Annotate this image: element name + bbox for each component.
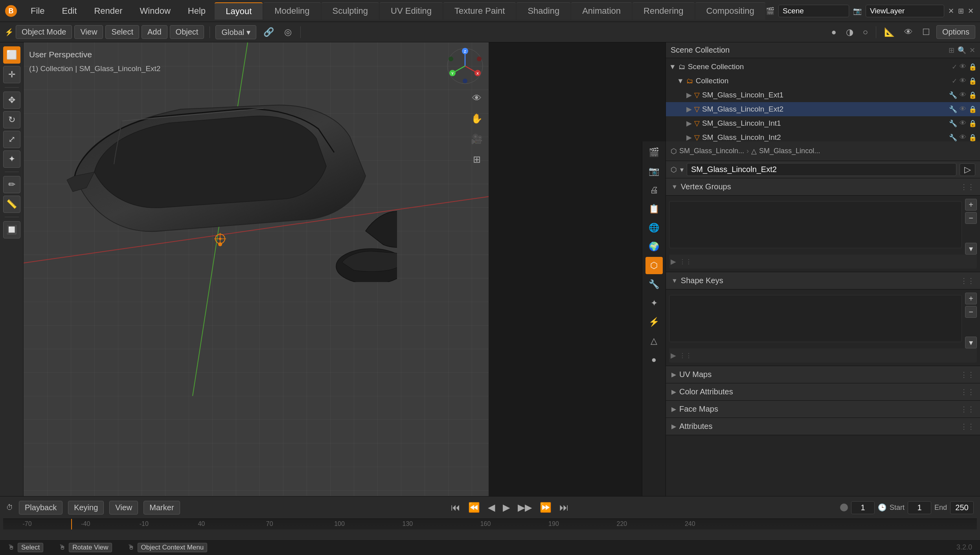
- outliner-item-1[interactable]: ▶ ▽ SM_Glass_Lincoln_Ext2 🔧 👁 🔒: [666, 102, 980, 116]
- shape-keys-section-header[interactable]: ▼ Shape Keys ⋮⋮: [666, 272, 980, 289]
- jump-end-btn[interactable]: ⏭: [556, 501, 572, 514]
- attributes-menu-btn[interactable]: ⋮⋮: [960, 422, 974, 431]
- xray-toggle[interactable]: ☐: [919, 26, 933, 39]
- tab-uv-editing[interactable]: UV Editing: [380, 2, 443, 20]
- sk-down-btn[interactable]: ▾: [965, 337, 977, 348]
- view-menu[interactable]: View: [74, 25, 103, 39]
- shape-keys-menu-btn[interactable]: ⋮⋮: [960, 277, 974, 285]
- shape-keys-list[interactable]: [669, 295, 962, 342]
- add-menu[interactable]: Add: [142, 25, 167, 39]
- timeline-track[interactable]: -70 -40 -10 40 70 100 130 160 190 220 24…: [3, 518, 977, 529]
- props-physics-btn[interactable]: ⚡: [645, 313, 663, 331]
- object-name-input[interactable]: [687, 163, 956, 176]
- select-menu[interactable]: Select: [105, 25, 139, 39]
- tab-sculpting[interactable]: Sculpting: [322, 2, 379, 20]
- add-cube-tool[interactable]: 🔲: [3, 221, 20, 238]
- sk-remove-btn[interactable]: −: [965, 306, 977, 318]
- menu-edit[interactable]: Edit: [53, 4, 85, 18]
- keying-menu[interactable]: Keying: [68, 501, 104, 515]
- vg-add-btn[interactable]: +: [965, 199, 977, 211]
- viewport-camera-btn[interactable]: ⊞: [468, 151, 485, 168]
- current-frame-input[interactable]: [851, 501, 875, 514]
- blender-logo[interactable]: B: [0, 0, 22, 22]
- transform-orientation[interactable]: Global ▾: [215, 25, 256, 39]
- uv-maps-section[interactable]: ▶ UV Maps ⋮⋮: [666, 366, 980, 383]
- viewlayer-field[interactable]: [866, 5, 944, 17]
- props-particles-btn[interactable]: ✦: [645, 295, 663, 312]
- scene-field[interactable]: [778, 5, 849, 17]
- menu-file[interactable]: File: [22, 4, 53, 18]
- vg-down-btn[interactable]: ▾: [965, 243, 977, 255]
- props-modifiers-btn[interactable]: 🔧: [645, 276, 663, 293]
- viewport-3d[interactable]: User Perspective (1) Collection | SM_Gla…: [24, 42, 489, 512]
- vertex-groups-list[interactable]: [669, 201, 962, 248]
- object-menu[interactable]: Object: [170, 25, 204, 39]
- color-attributes-section[interactable]: ▶ Color Attributes ⋮⋮: [666, 383, 980, 401]
- vertex-groups-menu-btn[interactable]: ⋮⋮: [960, 183, 974, 191]
- tab-layout[interactable]: Layout: [215, 2, 263, 20]
- snap-btn[interactable]: 🔗: [260, 26, 277, 39]
- transform-tool[interactable]: ✦: [3, 150, 20, 168]
- vg-remove-btn[interactable]: −: [965, 212, 977, 224]
- show-gizmo[interactable]: 📐: [881, 26, 898, 39]
- menu-window[interactable]: Window: [131, 4, 179, 18]
- face-maps-section[interactable]: ▶ Face Maps ⋮⋮: [666, 401, 980, 418]
- props-output-btn[interactable]: 🖨: [645, 181, 663, 199]
- play-btn[interactable]: ▶: [500, 501, 513, 514]
- face-maps-menu-btn[interactable]: ⋮⋮: [960, 405, 974, 414]
- start-frame-input[interactable]: [908, 501, 931, 514]
- attributes-section[interactable]: ▶ Attributes ⋮⋮: [666, 418, 980, 435]
- props-object-btn active[interactable]: ⬡: [645, 257, 663, 274]
- marker-menu[interactable]: Marker: [143, 501, 180, 515]
- props-view-layer-btn[interactable]: 📋: [645, 200, 663, 218]
- outliner-item-2[interactable]: ▶ ▽ SM_Glass_Lincoln_Int1 🔧 👁 🔒: [666, 116, 980, 130]
- tab-animation[interactable]: Animation: [571, 2, 632, 20]
- menu-help[interactable]: Help: [179, 4, 214, 18]
- tab-rendering[interactable]: Rendering: [632, 2, 695, 20]
- tab-compositing[interactable]: Compositing: [695, 2, 765, 20]
- sk-add-btn[interactable]: +: [965, 293, 977, 304]
- end-frame-input[interactable]: [950, 501, 974, 514]
- proportional-btn[interactable]: ◎: [281, 26, 295, 39]
- viewport-zoom-btn[interactable]: 🎥: [468, 130, 485, 148]
- timeline-view-menu[interactable]: View: [109, 501, 138, 515]
- cursor-tool[interactable]: ✛: [3, 66, 20, 83]
- viewport-shading-solid[interactable]: ●: [828, 26, 839, 39]
- jump-start-btn[interactable]: ⏮: [448, 501, 463, 514]
- show-overlay[interactable]: 👁: [901, 26, 916, 39]
- tab-modeling[interactable]: Modeling: [263, 2, 320, 20]
- outliner-scene-collection[interactable]: ▼ 🗂 Scene Collection ✓ 👁 🔒: [666, 60, 980, 74]
- props-scene-btn[interactable]: 🎬: [645, 144, 663, 161]
- playback-menu[interactable]: Playback: [19, 501, 63, 515]
- viewport-shading-rendered[interactable]: ○: [860, 26, 871, 39]
- props-world-btn[interactable]: 🌍: [645, 238, 663, 255]
- rotate-tool[interactable]: ↻: [3, 111, 20, 128]
- uv-maps-menu-btn[interactable]: ⋮⋮: [960, 370, 974, 379]
- outliner-collection[interactable]: ▼ 🗂 Collection ✓ 👁 🔒: [666, 74, 980, 88]
- props-material-btn[interactable]: ●: [645, 351, 663, 368]
- props-data-btn[interactable]: △: [645, 332, 663, 350]
- vertex-groups-section-header[interactable]: ▼ Vertex Groups ⋮⋮: [666, 178, 980, 196]
- prev-keyframe-btn[interactable]: ⏪: [465, 501, 483, 514]
- props-render-btn[interactable]: 📷: [645, 163, 663, 180]
- select-box-tool[interactable]: ⬜: [3, 46, 20, 64]
- menu-render[interactable]: Render: [85, 4, 131, 18]
- tab-shading[interactable]: Shading: [517, 2, 570, 20]
- options-btn[interactable]: Options: [936, 25, 975, 39]
- tab-texture-paint[interactable]: Texture Paint: [443, 2, 516, 20]
- mode-selector[interactable]: Object Mode: [16, 25, 72, 39]
- next-keyframe-btn[interactable]: ⏩: [537, 501, 555, 514]
- annotate-tool[interactable]: ✏: [3, 176, 20, 193]
- move-tool[interactable]: ✥: [3, 92, 20, 109]
- viewport-rotate-btn[interactable]: 👁: [468, 90, 485, 107]
- color-attributes-menu-btn[interactable]: ⋮⋮: [960, 388, 974, 396]
- measure-tool[interactable]: 📏: [3, 196, 20, 213]
- scale-tool[interactable]: ⤢: [3, 131, 20, 148]
- step-forward-btn[interactable]: ▶▶: [515, 501, 535, 514]
- props-scene-data-btn[interactable]: 🌐: [645, 219, 663, 236]
- outliner-item-0[interactable]: ▶ ▽ SM_Glass_Lincoln_Ext1 🔧 👁 🔒: [666, 88, 980, 102]
- viewport-pan-btn[interactable]: ✋: [468, 110, 485, 127]
- viewport-shading-material[interactable]: ◑: [843, 26, 857, 39]
- nav-gizmo[interactable]: Z X Y: [445, 46, 485, 86]
- step-back-btn[interactable]: ◀: [485, 501, 498, 514]
